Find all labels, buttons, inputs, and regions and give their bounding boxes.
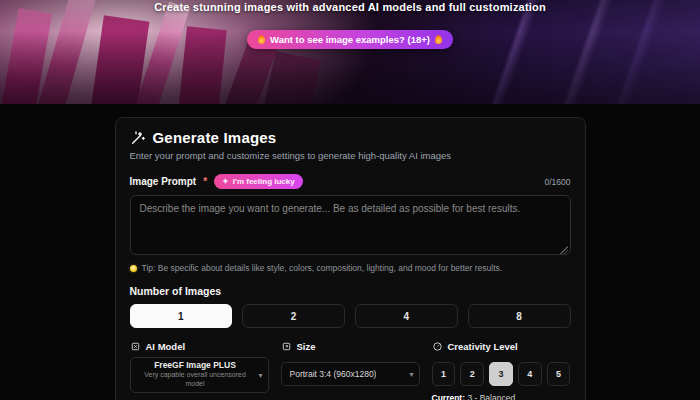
lightbulb-icon: [130, 265, 137, 272]
hero-vignette: [0, 0, 700, 104]
image-count-group: 1 2 4 8: [130, 304, 571, 328]
count-option-2[interactable]: 2: [242, 304, 345, 328]
creativity-option-1[interactable]: 1: [432, 362, 456, 386]
ai-model-section: AI Model FreeGF Image PLUS Very capable …: [130, 341, 269, 400]
creativity-option-4[interactable]: 4: [518, 362, 542, 386]
feeling-lucky-label: I'm feeling lucky: [233, 177, 295, 186]
chevron-down-icon: ▾: [258, 371, 262, 380]
size-label: Size: [297, 341, 316, 352]
ai-model-selected-desc: Very capable overall uncensored model: [137, 371, 254, 388]
count-option-4[interactable]: 4: [355, 304, 458, 328]
count-option-8[interactable]: 8: [468, 304, 571, 328]
creativity-section: Creativity Level 1 2 3 4 5 Current: 3 - …: [432, 341, 571, 400]
page-subtitle: Enter your prompt and customize settings…: [130, 150, 571, 161]
chevron-down-icon: ▾: [409, 370, 413, 379]
creativity-current-value: 3 - Balanced: [465, 393, 515, 400]
resize-handle[interactable]: [560, 246, 568, 254]
creativity-option-3[interactable]: 3: [489, 362, 513, 386]
image-examples-button-label: Want to see image examples? (18+): [270, 34, 430, 45]
hero-tagline: Create stunning images with advanced AI …: [0, 1, 700, 13]
creativity-current: Current: 3 - Balanced: [432, 393, 571, 400]
creativity-option-5[interactable]: 5: [547, 362, 571, 386]
char-counter: 0/1600: [545, 177, 571, 187]
number-of-images-label: Number of Images: [130, 285, 571, 297]
page-background: Generate Images Enter your prompt and cu…: [0, 117, 700, 400]
creativity-current-label: Current:: [432, 393, 466, 400]
image-prompt-label: Image Prompt: [130, 176, 197, 187]
fire-icon: [258, 35, 265, 44]
creativity-option-2[interactable]: 2: [460, 362, 484, 386]
prompt-tip: Tip: Be specific about details like styl…: [142, 263, 503, 273]
frame-icon: [281, 341, 292, 352]
dice-sparkle-icon: ✦: [222, 178, 229, 186]
ai-model-selected-name: FreeGF Image PLUS: [137, 360, 254, 371]
image-examples-button[interactable]: Want to see image examples? (18+): [247, 30, 453, 49]
creativity-level-group: 1 2 3 4 5: [432, 362, 571, 386]
fire-icon: [435, 35, 442, 44]
generate-images-card: Generate Images Enter your prompt and cu…: [115, 117, 586, 400]
ai-model-select[interactable]: FreeGF Image PLUS Very capable overall u…: [130, 357, 269, 393]
hero-banner: Create stunning images with advanced AI …: [0, 0, 700, 104]
feeling-lucky-button[interactable]: ✦ I'm feeling lucky: [214, 174, 303, 189]
size-section: Size Portrait 3:4 (960x1280) ▾: [281, 341, 420, 400]
prompt-input[interactable]: [130, 195, 571, 255]
ai-model-label: AI Model: [146, 341, 186, 352]
size-select[interactable]: Portrait 3:4 (960x1280) ▾: [281, 362, 420, 386]
required-asterisk: *: [203, 176, 207, 187]
gauge-icon: [432, 341, 443, 352]
magic-wand-icon: [130, 130, 146, 146]
creativity-level-label: Creativity Level: [448, 341, 518, 352]
count-option-1[interactable]: 1: [130, 304, 233, 328]
chip-icon: [130, 341, 141, 352]
page-title: Generate Images: [153, 129, 277, 146]
size-selected-value: Portrait 3:4 (960x1280): [290, 369, 377, 379]
